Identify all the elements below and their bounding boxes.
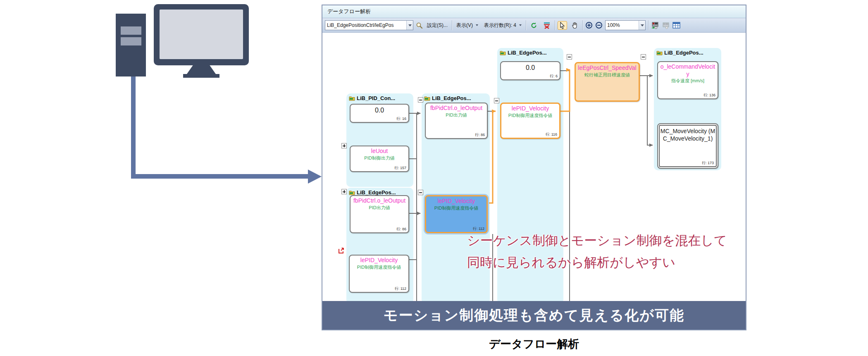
pc-tower-illustration — [116, 14, 146, 76]
group-header: LiB_EdgePos... — [654, 48, 721, 57]
node-leuout[interactable]: leUout PID制御出力値 行: 157 — [350, 146, 409, 172]
program-folder-icon — [349, 96, 355, 101]
hand-icon — [571, 22, 578, 29]
toolbar: LiB_EdgePositionCtrl/leEgPos 設定(S)... 表示… — [322, 18, 746, 33]
zoom-in-icon[interactable] — [585, 22, 593, 29]
window-title: データフロー解析 — [327, 8, 371, 15]
row-count-menu-button[interactable]: 表示行数(R): 4 — [482, 21, 523, 30]
table-view-icon[interactable] — [672, 22, 680, 29]
node-lepid-velocity-116[interactable]: lePID_Velocity PID制御用速度指令値 行: 116 — [500, 103, 560, 139]
toolbar-separator — [452, 20, 452, 30]
controller-online-icon[interactable] — [651, 22, 659, 29]
refresh-icon — [530, 22, 537, 29]
pan-tool-button[interactable] — [570, 21, 580, 30]
window-titlebar: データフロー解析 — [322, 5, 746, 18]
scope-combobox-value: LiB_EdgePositionCtrl/leEgPos — [325, 22, 406, 28]
dataflow-analysis-window: データフロー解析 LiB_EdgePositionCtrl/leEgPos 設定… — [322, 5, 746, 330]
zoom-level-dropdown[interactable] — [639, 21, 645, 30]
search-icon[interactable] — [416, 22, 423, 29]
zoom-level-combobox[interactable]: 100% — [605, 20, 646, 30]
connector-arrowhead — [308, 170, 322, 184]
node-lepid-velocity-112-selected[interactable]: lePID_Velocity PID制御用速度指令値 行: 112 — [425, 195, 488, 233]
dataflow-canvas[interactable]: LiB_PID_Con... LiB_EdgePos... LiB_EdgePo… — [322, 33, 746, 301]
figure-caption: データフロー解析 — [322, 337, 746, 351]
tower-drive-slot — [121, 26, 141, 35]
collapse-button[interactable] — [418, 190, 423, 195]
scope-combobox-dropdown[interactable] — [406, 21, 413, 30]
external-reference-icon — [338, 247, 345, 254]
collapse-button[interactable] — [567, 54, 572, 60]
monitor-illustration — [154, 4, 249, 65]
connector-arrow-horizontal — [131, 174, 308, 179]
expand-button[interactable] — [341, 143, 347, 148]
expand-button[interactable] — [341, 189, 347, 194]
scope-combobox[interactable]: LiB_EdgePositionCtrl/leEgPos — [325, 20, 413, 30]
program-folder-icon — [424, 96, 430, 101]
controller-offline-icon[interactable] — [662, 22, 670, 29]
toolbar-separator — [582, 20, 583, 30]
bottom-banner: モーション制御処理も含めて見える化が可能 — [322, 301, 746, 330]
node-const-0-0-top[interactable]: 0.0 行: 6 — [500, 61, 560, 80]
node-const-0-0[interactable]: 0.0 行: 16 — [350, 104, 409, 123]
zoom-level-value: 100% — [606, 22, 639, 28]
annotation-text: シーケンス制御とモーション制御を混在して 同時に見られるから解析がしやすい — [467, 229, 727, 273]
toolbar-separator — [648, 20, 649, 30]
annotation-line-1: シーケンス制御とモーション制御を混在して — [467, 229, 727, 251]
tower-drive-slot — [121, 37, 141, 45]
program-folder-icon — [656, 50, 663, 55]
zoom-out-icon[interactable] — [595, 22, 603, 29]
monitor-stand-base — [183, 74, 219, 78]
select-tool-button[interactable] — [558, 21, 567, 30]
settings-button[interactable]: 設定(S)... — [425, 21, 449, 30]
refresh-button[interactable] — [529, 21, 539, 30]
node-lepid-velocity-112-left[interactable]: lePID_Velocity PID制御用速度指令値 行: 112 — [349, 255, 409, 293]
toolbar-separator — [555, 20, 555, 30]
monitor-screen — [160, 10, 243, 59]
program-folder-icon — [500, 50, 506, 55]
node-mc-movevelocity[interactable]: MC_MoveVelocity (MC_MoveVelocity_1) 行: 1… — [657, 123, 718, 169]
node-o-lecommandvelocity[interactable]: o_leCommandVelocity 指令速度 [mm/s] 行: 136 — [657, 61, 718, 99]
group-header: LiB_EdgePos... — [497, 48, 563, 57]
program-folder-icon — [349, 190, 355, 195]
group-header: LiB_EdgePos... — [422, 93, 490, 103]
cursor-icon — [559, 22, 565, 29]
collapse-button[interactable] — [418, 97, 423, 103]
node-fbpidctrl-output-c[interactable]: fbPidCtrl.o_leOutput PID出力値 行: 86 — [425, 103, 488, 139]
view-menu-button[interactable]: 表示(V) — [455, 21, 480, 30]
node-fbpidctrl-output-b[interactable]: fbPidCtrl.o_leOutput PID出力値 行: 86 — [350, 195, 409, 233]
toolbar-separator — [526, 20, 526, 30]
page: データフロー解析 LiB_EdgePositionCtrl/leEgPos 設定… — [0, 0, 868, 356]
collapse-button[interactable] — [641, 54, 646, 60]
annotation-line-2: 同時に見られるから解析がしやすい — [467, 251, 727, 273]
group-header: LiB_PID_Con... — [346, 93, 413, 103]
banner-text: モーション制御処理も含めて見える化が可能 — [384, 306, 684, 325]
connector-arrow-vertical — [131, 76, 136, 179]
node-leegposctrl-speedval[interactable]: leEgPosCtrl_SpeedVal 蛇行補正用目標速度値 — [575, 62, 640, 102]
monitor-stand — [187, 65, 216, 74]
clear-highlight-button[interactable] — [541, 21, 552, 30]
collapse-button[interactable] — [494, 98, 499, 103]
clear-highlight-icon — [543, 22, 551, 29]
